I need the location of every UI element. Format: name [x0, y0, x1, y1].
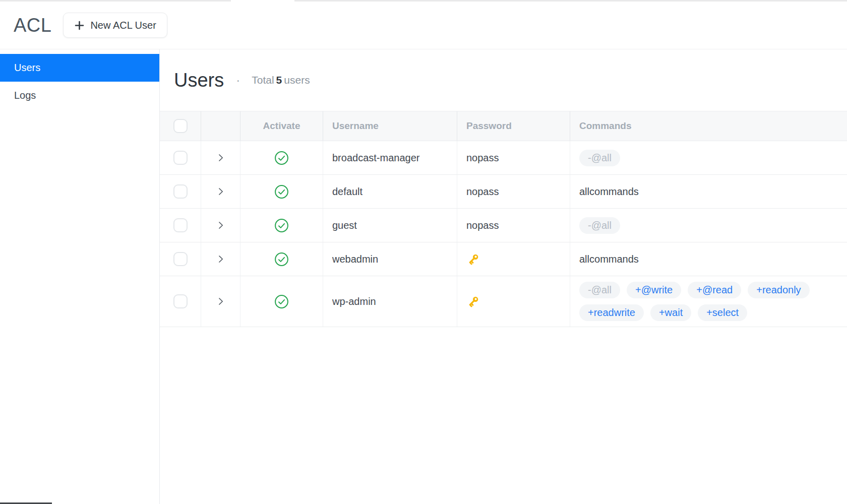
select-cell — [160, 276, 201, 327]
chevron-right-icon — [215, 295, 227, 307]
activate-cell — [240, 175, 323, 208]
expand-row-button[interactable] — [212, 149, 229, 166]
password-cell: nopass — [457, 209, 570, 242]
username-cell-text: guest — [332, 220, 357, 231]
dot-separator: · — [236, 73, 240, 87]
command-badge: -@all — [579, 217, 620, 234]
column-header-commands: Commands — [570, 111, 847, 141]
username-cell-text: wp-admin — [332, 296, 376, 307]
expand-row-button[interactable] — [212, 250, 229, 268]
command-chip-list: allcommands — [570, 248, 847, 271]
total-label: Total — [252, 74, 274, 86]
page-title: Users — [174, 70, 224, 91]
command-badge: -@all — [579, 282, 620, 298]
sidebar-item-label: Users — [14, 62, 40, 74]
column-header-username: Username — [323, 111, 457, 141]
password-cell — [457, 242, 570, 276]
commands-cell: allcommands — [570, 242, 847, 276]
table-body: broadcast-manager nopass -@all default — [160, 141, 847, 327]
table-row: broadcast-manager nopass -@all — [160, 141, 847, 175]
username-cell: default — [323, 175, 457, 208]
commands-cell: -@all — [570, 141, 847, 174]
commands-cell: -@all — [570, 209, 847, 242]
app-title: ACL — [14, 15, 51, 36]
password-cell-text: nopass — [466, 152, 499, 164]
password-cell — [457, 276, 570, 327]
active-check-icon — [274, 151, 289, 165]
expand-header-cell — [201, 111, 240, 141]
sidebar-item-logs[interactable]: Logs — [0, 82, 159, 109]
expand-cell — [201, 175, 240, 208]
username-cell-text: default — [332, 186, 362, 198]
sidebar-item-users[interactable]: Users — [0, 54, 159, 82]
expand-row-button[interactable] — [212, 217, 229, 234]
activate-cell — [240, 141, 323, 174]
username-cell: webadmin — [323, 242, 457, 276]
password-key-icon — [466, 253, 480, 266]
commands-cell: -@all+@write+@read+readonly+readwrite+wa… — [570, 276, 847, 327]
sidebar-item-label: Logs — [14, 90, 36, 101]
row-checkbox[interactable] — [173, 294, 188, 308]
row-checkbox[interactable] — [173, 218, 188, 232]
active-check-icon — [274, 294, 289, 309]
expand-cell — [201, 276, 240, 327]
table-header-row: Activate Username Password Commands — [160, 111, 847, 141]
command-chip-list: allcommands — [570, 180, 847, 203]
command-chip-list: -@all+@write+@read+readonly+readwrite+wa… — [570, 276, 847, 327]
command-badge: +@read — [688, 282, 741, 298]
chevron-right-icon — [215, 219, 227, 231]
new-acl-user-button[interactable]: New ACL User — [63, 13, 167, 38]
column-header-password: Password — [457, 111, 570, 141]
row-checkbox[interactable] — [173, 184, 188, 199]
row-checkbox[interactable] — [173, 252, 188, 266]
new-acl-user-label: New ACL User — [90, 20, 156, 31]
expand-cell — [201, 141, 240, 174]
command-badge: +@write — [627, 282, 681, 298]
select-cell — [160, 175, 201, 208]
table-row: webadmin allcommands — [160, 242, 847, 276]
select-cell — [160, 141, 201, 174]
commands-cell: allcommands — [570, 175, 847, 208]
row-checkbox[interactable] — [173, 151, 188, 165]
column-header-activate: Activate — [240, 111, 323, 141]
top-bar: ACL New ACL User — [0, 2, 847, 49]
username-cell: broadcast-manager — [323, 141, 457, 174]
expand-row-button[interactable] — [212, 293, 229, 310]
expand-row-button[interactable] — [212, 183, 229, 200]
chevron-right-icon — [215, 185, 227, 198]
active-check-icon — [274, 184, 289, 199]
select-all-header-cell — [160, 111, 201, 141]
select-cell — [160, 242, 201, 276]
total-count: 5 — [276, 74, 282, 86]
chevron-right-icon — [215, 253, 227, 265]
password-key-icon — [466, 295, 480, 308]
select-all-checkbox[interactable] — [173, 119, 188, 133]
username-cell-text: broadcast-manager — [332, 152, 419, 164]
password-cell: nopass — [457, 175, 570, 208]
table-row: default nopass allcommands — [160, 175, 847, 209]
command-badge: +select — [698, 304, 747, 321]
command-chip-list: -@all — [570, 212, 847, 239]
command-badge: +readonly — [748, 282, 809, 298]
activate-cell — [240, 209, 323, 242]
command-text: allcommands — [579, 254, 639, 265]
password-cell-text: nopass — [466, 220, 499, 231]
activate-cell — [240, 276, 323, 327]
expand-cell — [201, 209, 240, 242]
select-cell — [160, 209, 201, 242]
username-cell-text: webadmin — [332, 254, 378, 265]
username-cell: wp-admin — [323, 276, 457, 327]
expand-cell — [201, 242, 240, 276]
command-badge: +wait — [650, 304, 691, 321]
command-badge: +readwrite — [579, 304, 644, 321]
active-check-icon — [274, 218, 289, 233]
total-units: users — [284, 74, 310, 86]
activate-cell — [240, 242, 323, 276]
main-content: Users · Total5users Activate Username Pa… — [160, 49, 847, 504]
username-cell: guest — [323, 209, 457, 242]
users-table: Activate Username Password Commands broa… — [160, 111, 847, 327]
table-row: wp-admin -@all+@write+@read+readonly+rea… — [160, 276, 847, 327]
acl-page: ACL New ACL User Users Logs Users · Tota… — [0, 0, 847, 504]
table-row: guest nopass -@all — [160, 209, 847, 242]
active-check-icon — [274, 252, 289, 267]
